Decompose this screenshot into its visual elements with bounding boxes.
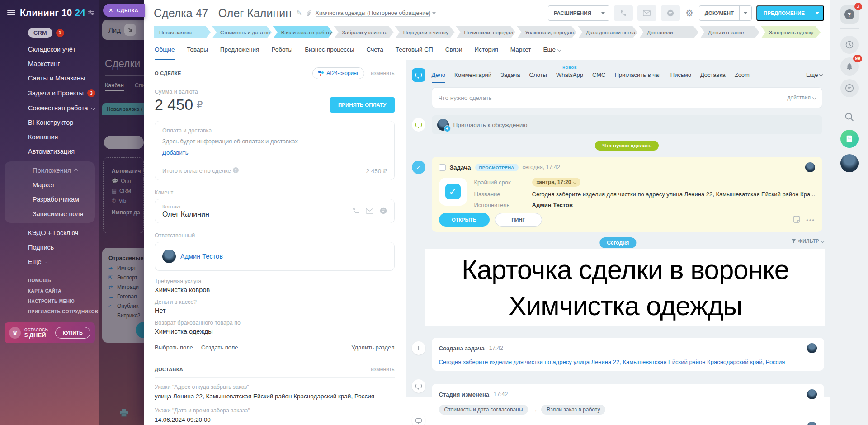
stage-changed-avatar-2[interactable] bbox=[807, 422, 817, 425]
automation-item-online[interactable]: 💬Онл bbox=[112, 178, 143, 184]
ttab-comment[interactable]: Комментарий bbox=[454, 67, 491, 83]
automation-item-viber[interactable]: ✆Vib bbox=[112, 198, 143, 204]
stage-packed[interactable]: Упаковали, передал... bbox=[517, 26, 576, 38]
pickup-date-value[interactable]: 14.06.2024 09:20:00 bbox=[155, 416, 395, 423]
industry-migration[interactable]: ⇄Миграци bbox=[108, 284, 144, 290]
ttab-slots[interactable]: Слоты bbox=[529, 67, 547, 83]
offer-button[interactable]: ПРЕДЛОЖЕНИЕ bbox=[756, 5, 824, 21]
automation-item-crm[interactable]: ▤CRM bbox=[112, 188, 143, 194]
sidebar-item-sign[interactable]: Подпись bbox=[0, 240, 99, 255]
view-tab-list[interactable]: Список bbox=[135, 82, 144, 89]
accept-payment-button[interactable]: ПРИНЯТЬ ОПЛАТУ bbox=[330, 97, 394, 113]
tab-quotes[interactable]: Предложения bbox=[220, 40, 259, 60]
sidebar-item-more[interactable]: Ещё- bbox=[0, 255, 99, 269]
import-data-link[interactable]: Импорт да bbox=[112, 209, 143, 216]
sidebar-item-market[interactable]: Маркет bbox=[5, 178, 95, 192]
kanban-quick-add[interactable] bbox=[104, 136, 144, 149]
stage-new[interactable]: Новая заявка bbox=[154, 26, 211, 38]
contact-chat-icon[interactable] bbox=[380, 207, 387, 216]
ttab-task[interactable]: Задача bbox=[500, 67, 520, 83]
app-logo[interactable]: Клининг 10 24 bbox=[20, 7, 94, 18]
add-payment-link[interactable]: Добавить bbox=[162, 149, 188, 156]
task-name-value[interactable]: Сегодня заберите изделия для чистки по а… bbox=[532, 191, 816, 198]
stage-in-progress[interactable]: Взяли заказ в работу bbox=[273, 26, 333, 38]
messenger-button[interactable] bbox=[840, 79, 859, 97]
tab-links[interactable]: Связи bbox=[445, 40, 462, 60]
created-task-avatar[interactable] bbox=[807, 343, 817, 353]
sidebar-item-developers[interactable]: Разработчикам bbox=[5, 192, 95, 207]
stage-price-agreed[interactable]: Стоимость и дата со... bbox=[212, 26, 272, 38]
tab-robots[interactable]: Роботы bbox=[271, 40, 292, 60]
edit-delivery-link[interactable]: изменить bbox=[371, 366, 394, 373]
gear-icon[interactable]: ⚙ bbox=[684, 8, 694, 19]
industry-ready[interactable]: ☁Готовая bbox=[108, 293, 144, 300]
tab-products[interactable]: Товары bbox=[187, 40, 208, 60]
document-button[interactable]: ДОКУМЕНТ bbox=[699, 5, 752, 21]
stage-finish[interactable]: Завершить сделку bbox=[761, 26, 821, 38]
buy-button[interactable]: КУПИТЬ bbox=[55, 327, 90, 339]
assignee-value[interactable]: Админ Тестов bbox=[532, 202, 573, 208]
sidebar-item-company[interactable]: Компания bbox=[0, 130, 99, 144]
sidebar-item-crm[interactable]: CRM 1 bbox=[28, 28, 99, 38]
sidebar-item-marketing[interactable]: Маркетинг bbox=[0, 57, 99, 71]
created-task-text[interactable]: Сегодня заберите изделия для чистки по а… bbox=[439, 359, 817, 365]
tab-market[interactable]: Маркет bbox=[510, 40, 531, 60]
sidebar-item-kedo[interactable]: КЭДО + Госключ bbox=[0, 226, 99, 240]
stage-sent-to-cleaning[interactable]: Передали в чистку bbox=[395, 26, 455, 38]
avatar[interactable] bbox=[162, 250, 176, 263]
choose-field-link[interactable]: Выбрать поле bbox=[155, 344, 193, 351]
stage-money[interactable]: Деньги в кассе bbox=[700, 26, 760, 38]
funnel-chevron-icon[interactable] bbox=[432, 12, 436, 14]
call-button[interactable] bbox=[614, 5, 633, 21]
tab-invoices[interactable]: Счета bbox=[367, 40, 383, 60]
pickup-address-value[interactable]: улица Ленина 22, Камышеватская Ейский ра… bbox=[155, 393, 374, 400]
tab-more[interactable]: Еще bbox=[543, 40, 561, 60]
invite-employees-link[interactable]: ПРИГЛАСИТЬ СОТРУДНИКОВ bbox=[0, 307, 99, 317]
ttab-activity[interactable]: Дело bbox=[432, 67, 446, 83]
ttab-invite-chat[interactable]: Пригласить в чат bbox=[614, 67, 661, 83]
open-task-button[interactable]: ОТКРЫТЬ bbox=[439, 213, 490, 227]
kanban-fab-button[interactable] bbox=[136, 322, 144, 338]
ttab-sms[interactable]: СМС bbox=[592, 67, 605, 83]
service-value[interactable]: Химчистка ковров bbox=[155, 286, 395, 293]
stage-picked-up[interactable]: Забрали у клиента bbox=[334, 26, 394, 38]
tab-bizproc[interactable]: Бизнес-процессы bbox=[305, 40, 354, 60]
history-button[interactable] bbox=[840, 36, 859, 54]
deal-amount[interactable]: 2 450 bbox=[155, 96, 193, 113]
task-checkbox[interactable] bbox=[439, 164, 446, 171]
create-field-link[interactable]: Создать поле bbox=[201, 344, 238, 351]
help-button[interactable]: ? 3 bbox=[840, 5, 859, 24]
sidebar-group-apps[interactable]: Приложения bbox=[5, 163, 95, 178]
sidebar-item-warehouse[interactable]: Складской учёт bbox=[0, 42, 99, 57]
sidebar-item-bi[interactable]: BI Конструктор bbox=[0, 115, 99, 130]
sidebar-item-collab[interactable]: Совместная работа bbox=[0, 101, 99, 115]
industry-publish[interactable]: <Опублик bbox=[108, 303, 144, 309]
link-funnel-icon[interactable] bbox=[306, 10, 312, 16]
extensions-button[interactable]: РАСШИРЕНИЯ bbox=[548, 5, 609, 21]
info-icon[interactable]: ? bbox=[233, 167, 239, 173]
tab-general[interactable]: Общие bbox=[155, 40, 175, 60]
responsible-name[interactable]: Админ Тестов bbox=[180, 253, 223, 260]
note-icon[interactable] bbox=[793, 216, 800, 224]
sidebar-item-dependent-fields[interactable]: Зависимые поля bbox=[5, 207, 95, 221]
deadline-value[interactable]: завтра, 17:20 bbox=[532, 178, 581, 187]
sales-doc-button[interactable] bbox=[840, 130, 859, 148]
close-icon[interactable]: ✕ bbox=[108, 7, 113, 14]
industry-export[interactable]: ⇱Экспорт bbox=[108, 274, 144, 281]
industry-bitrix[interactable]: Битрикс2 bbox=[108, 312, 144, 319]
filter-button[interactable]: ФИЛЬТР bbox=[791, 238, 824, 244]
tab-history[interactable]: История bbox=[475, 40, 498, 60]
ai-scoring-button[interactable]: AI24-скоринг bbox=[312, 67, 364, 79]
email-button[interactable] bbox=[637, 5, 656, 21]
ttab-more[interactable]: Еще bbox=[806, 67, 822, 83]
sitemap-link[interactable]: КАРТА САЙТА bbox=[0, 286, 99, 296]
task-author-avatar[interactable] bbox=[805, 162, 815, 172]
menu-toggle-icon[interactable] bbox=[7, 9, 15, 17]
sidebar-item-tasks[interactable]: Задачи и Проекты3 bbox=[0, 85, 99, 101]
search-icon[interactable] bbox=[844, 112, 854, 123]
profile-avatar[interactable] bbox=[840, 154, 859, 172]
contact-email-icon[interactable] bbox=[366, 208, 373, 215]
edit-about-link[interactable]: изменить bbox=[371, 70, 394, 76]
cash-value[interactable]: Нет bbox=[155, 307, 395, 314]
industry-import[interactable]: ➔Импорт bbox=[108, 265, 144, 271]
